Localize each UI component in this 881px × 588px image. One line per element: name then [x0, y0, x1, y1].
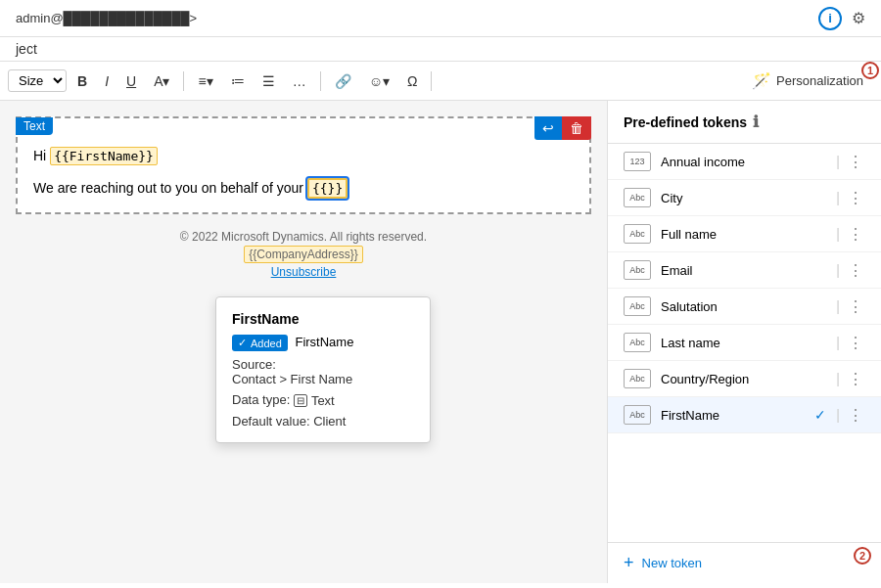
top-bar: admin@██████████████> i ⚙ [0, 0, 881, 37]
token-menu-button[interactable]: ⋮ [846, 153, 865, 171]
token-type-icon: Abc [624, 260, 651, 280]
text-block-return-button[interactable]: ↩ [534, 116, 562, 140]
token-divider: | [836, 298, 840, 314]
top-bar-actions: i ⚙ [818, 7, 865, 30]
token-divider: | [836, 335, 840, 350]
token-divider: | [836, 371, 840, 386]
token-menu-button[interactable]: ⋮ [846, 370, 865, 388]
tooltip-default-value: Client [313, 414, 346, 429]
token-divider: | [836, 190, 840, 205]
align-button[interactable]: ≡▾ [191, 70, 219, 92]
panel-title: Pre-defined tokens [624, 114, 747, 130]
token-name: Country/Region [661, 372, 830, 386]
token-row[interactable]: AbcCity|⋮ [608, 180, 881, 216]
new-token-row[interactable]: + New token 2 [608, 542, 881, 583]
token-menu-button[interactable]: ⋮ [846, 189, 865, 207]
tooltip-badge-row: ✓ Added FirstName [232, 335, 414, 351]
text-content: Hi {{FirstName}} We are reaching out to … [33, 144, 574, 201]
firstname-token[interactable]: {{FirstName}} [50, 147, 158, 165]
subject-label: ject [16, 41, 37, 57]
underline-button[interactable]: U [119, 70, 143, 92]
content-line-1: Hi {{FirstName}} [33, 144, 574, 168]
token-row[interactable]: AbcCountry/Region|⋮ [608, 361, 881, 397]
token-row[interactable]: AbcEmail|⋮ [608, 252, 881, 289]
tooltip-added-badge: ✓ Added [232, 335, 288, 351]
tooltip-source-row: Source: Contact > First Name [232, 357, 414, 386]
toolbar-divider-3 [431, 71, 432, 91]
token-type-icon: Abc [624, 369, 651, 388]
token-divider: | [836, 262, 840, 278]
omega-button[interactable]: Ω [400, 70, 424, 92]
emoji-button[interactable]: ☺▾ [362, 70, 396, 92]
subject-bar: ject [0, 37, 881, 62]
text-block-actions: ↩ 🗑 [534, 116, 591, 140]
panel-info-icon[interactable]: ℹ [753, 113, 759, 131]
token-divider: | [836, 226, 840, 242]
token-type-icon: Abc [624, 405, 651, 425]
empty-token[interactable]: {{}} [307, 178, 348, 199]
unordered-list-button[interactable]: ☰ [255, 70, 282, 92]
datatype-icon: ⊟ [294, 394, 307, 407]
footer-copyright: © 2022 Microsoft Dynamics. All rights re… [31, 230, 576, 244]
token-name: Full name [661, 227, 830, 242]
token-type-icon: 123 [624, 152, 651, 171]
token-type-icon: Abc [624, 224, 651, 244]
token-type-icon: Abc [624, 333, 651, 352]
token-divider: | [836, 407, 840, 423]
token-menu-button[interactable]: ⋮ [846, 261, 865, 280]
bold-button[interactable]: B [70, 70, 94, 92]
font-size-select[interactable]: Size [8, 69, 67, 92]
token-name: City [661, 191, 830, 205]
token-name: Last name [661, 336, 830, 350]
tooltip-source-value: Contact > First Name [232, 372, 352, 386]
settings-icon[interactable]: ⚙ [852, 9, 865, 27]
token-menu-button[interactable]: ⋮ [846, 297, 865, 316]
token-check-icon: ✓ [814, 407, 826, 423]
token-type-icon: Abc [624, 296, 651, 316]
tooltip-badge-value: FirstName [295, 335, 353, 349]
link-button[interactable]: 🔗 [328, 70, 358, 92]
text-block[interactable]: Text ↩ 🗑 Hi {{FirstName}} We are reachin… [16, 116, 591, 214]
token-row[interactable]: 123Annual income|⋮ [608, 144, 881, 180]
email-footer: © 2022 Microsoft Dynamics. All rights re… [16, 214, 591, 294]
editor-toolbar: Size B I U A▾ ≡▾ ≔ ☰ … 🔗 ☺▾ Ω 🪄 Personal… [0, 62, 881, 101]
token-row[interactable]: AbcFull name|⋮ [608, 216, 881, 252]
info-icon[interactable]: i [818, 7, 842, 30]
new-token-label: New token [642, 556, 702, 570]
token-row[interactable]: AbcSalutation|⋮ [608, 289, 881, 325]
new-token-badge: 2 [854, 547, 871, 565]
text-block-delete-button[interactable]: 🗑 [562, 116, 591, 140]
token-menu-button[interactable]: ⋮ [846, 406, 865, 425]
editor-area: Text ↩ 🗑 Hi {{FirstName}} We are reachin… [0, 101, 607, 583]
token-row[interactable]: AbcLast name|⋮ [608, 325, 881, 361]
token-name: Salutation [661, 299, 830, 314]
tooltip-default-row: Default value: Client [232, 414, 414, 429]
toolbar-divider-1 [183, 71, 184, 91]
token-menu-button[interactable]: ⋮ [846, 334, 865, 352]
main-area: Text ↩ 🗑 Hi {{FirstName}} We are reachin… [0, 101, 881, 583]
token-type-icon: Abc [624, 188, 651, 207]
token-name: Annual income [661, 155, 830, 169]
italic-button[interactable]: I [98, 70, 116, 92]
text-block-label: Text [16, 117, 53, 135]
token-name: Email [661, 263, 830, 278]
font-color-button[interactable]: A▾ [147, 70, 176, 92]
right-panel: Pre-defined tokens ℹ 123Annual income|⋮A… [607, 101, 881, 583]
tooltip-title: FirstName [232, 311, 414, 327]
ordered-list-button[interactable]: ≔ [224, 70, 252, 92]
more-button[interactable]: … [286, 70, 313, 92]
personalization-button[interactable]: 🪄 Personalization 1 [742, 68, 873, 94]
unsubscribe-link[interactable]: Unsubscribe [271, 265, 337, 279]
token-divider: | [836, 154, 840, 169]
company-address-token[interactable]: {{CompanyAddress}} [244, 246, 362, 263]
tooltip-datatype-row: Data type: ⊟ Text [232, 392, 414, 408]
content-line-2: We are reaching out to you on behalf of … [33, 176, 574, 201]
toolbar-divider-2 [320, 71, 321, 91]
panel-header: Pre-defined tokens ℹ [608, 101, 881, 144]
new-token-plus-icon: + [624, 553, 634, 573]
personalization-badge: 1 [861, 62, 879, 79]
token-menu-button[interactable]: ⋮ [846, 225, 865, 244]
token-name: FirstName [661, 408, 814, 423]
token-row[interactable]: AbcFirstName✓|⋮ [608, 397, 881, 433]
token-tooltip: FirstName ✓ Added FirstName Source: Cont… [215, 296, 431, 443]
